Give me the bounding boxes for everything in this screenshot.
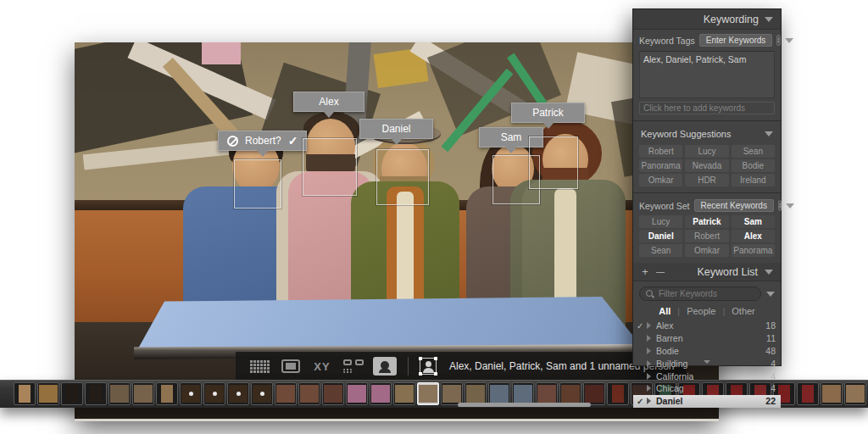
confirm-name-icon[interactable]: ✓ — [288, 134, 298, 147]
suggestion-chip[interactable]: Bodie — [732, 159, 775, 172]
face-name-tag[interactable]: Robert?✓ — [218, 131, 307, 151]
collapse-icon[interactable] — [765, 131, 773, 136]
keyword-row[interactable]: ✓Daniel22 — [633, 395, 781, 408]
keyword-set-dropdown[interactable]: Recent Keywords — [694, 199, 774, 212]
filmstrip-thumbnail[interactable] — [821, 382, 843, 405]
keyword-row[interactable]: Chicag4 — [633, 382, 781, 395]
suggestion-chip[interactable]: Sean — [732, 145, 775, 158]
face-region-icon[interactable] — [420, 358, 437, 375]
keyword-row[interactable]: Bodie48 — [633, 345, 781, 358]
disclosure-icon[interactable] — [647, 348, 651, 354]
disclosure-icon[interactable] — [647, 360, 651, 367]
filmstrip-thumbnail[interactable] — [797, 382, 819, 405]
filmstrip-thumbnail[interactable] — [227, 382, 249, 405]
tab-other[interactable]: Other — [732, 306, 755, 316]
filmstrip-thumbnail[interactable] — [583, 382, 605, 405]
filter-preset-icon[interactable] — [766, 292, 775, 297]
face-name-tag[interactable]: Alex — [293, 92, 364, 112]
filmstrip-scrollbar[interactable] — [458, 403, 591, 407]
filmstrip-thumbnail[interactable] — [393, 382, 415, 405]
filter-keywords-box[interactable] — [639, 287, 761, 301]
filmstrip-thumbnail[interactable] — [844, 382, 866, 405]
suggestion-chip[interactable]: Robert — [639, 145, 682, 158]
keywording-header[interactable]: Keywording — [633, 9, 781, 30]
keyword-set-chip[interactable]: Omkar — [685, 244, 728, 257]
disclosure-icon[interactable] — [647, 398, 651, 404]
keyword-set-chip[interactable]: Patrick — [685, 215, 728, 228]
face-region-box[interactable] — [376, 149, 429, 205]
filmstrip-thumbnail[interactable] — [441, 382, 463, 405]
keyword-list-header[interactable]: + — Keyword List — [633, 263, 781, 281]
face-name-tag[interactable]: Daniel — [359, 119, 433, 139]
filmstrip-thumbnail[interactable] — [607, 382, 629, 405]
filmstrip-thumbnail[interactable] — [203, 382, 225, 405]
disclosure-icon[interactable] — [647, 322, 651, 329]
filmstrip-thumbnail[interactable] — [298, 382, 320, 405]
add-keyword-button[interactable]: + — [641, 265, 649, 278]
filmstrip-thumbnail[interactable] — [417, 382, 439, 405]
face-region-box[interactable] — [234, 159, 281, 209]
filmstrip-thumbnail[interactable] — [559, 382, 581, 405]
filmstrip-thumbnail[interactable] — [61, 382, 83, 405]
filmstrip-thumbnail[interactable] — [180, 382, 202, 405]
suggestion-chip[interactable]: HDR — [685, 174, 728, 186]
disclosure-icon[interactable] — [647, 373, 651, 380]
keyword-set-chip[interactable]: Alex — [732, 230, 775, 242]
keyword-row[interactable]: California4 — [633, 370, 781, 382]
disclosure-icon[interactable] — [647, 335, 651, 342]
grid-view-button[interactable] — [248, 357, 271, 376]
filmstrip-thumbnail[interactable] — [85, 382, 107, 405]
filmstrip-thumbnail[interactable] — [275, 382, 297, 405]
filmstrip-thumbnail[interactable] — [251, 382, 273, 405]
keyword-set-chip[interactable]: Lucy — [639, 215, 682, 228]
suggestion-chip[interactable]: Nevada — [685, 159, 728, 172]
dropdown-spinner-icon[interactable]: ⁞ — [778, 200, 782, 211]
filmstrip-thumbnail[interactable] — [370, 382, 392, 405]
keyword-set-chip[interactable]: Daniel — [639, 230, 682, 242]
filmstrip-thumbnail[interactable] — [132, 382, 154, 405]
add-keywords-field[interactable]: Click here to add keywords — [639, 102, 775, 114]
collapse-icon[interactable] — [786, 203, 794, 209]
face-name-tag[interactable]: Patrick — [511, 103, 585, 123]
suggestion-chip[interactable]: Omkar — [639, 174, 682, 186]
face-region-box[interactable] — [303, 138, 357, 196]
dropdown-spinner-icon[interactable]: ⁞ — [776, 35, 780, 46]
face-region-box[interactable] — [529, 136, 578, 189]
filmstrip-thumbnail[interactable] — [322, 382, 344, 405]
collapse-icon[interactable] — [785, 38, 793, 43]
suggestion-chip[interactable]: Lucy — [685, 145, 728, 158]
filter-keywords-input[interactable] — [657, 288, 754, 299]
keyword-set-chip[interactable]: Robert — [685, 230, 728, 242]
filmstrip-thumbnail[interactable] — [156, 382, 178, 405]
filmstrip-thumbnail[interactable] — [37, 382, 59, 405]
filmstrip-thumbnail[interactable] — [512, 382, 534, 405]
keyword-row[interactable]: Building4 — [633, 357, 781, 370]
enter-keywords-dropdown[interactable]: Enter Keywords — [699, 34, 773, 47]
filmstrip-thumbnail[interactable] — [346, 382, 368, 405]
filmstrip-thumbnail[interactable] — [488, 382, 510, 405]
keyword-row[interactable]: Barren11 — [633, 332, 781, 345]
photo-canvas[interactable]: Robert?✓AlexDanielSamPatrick XY — [75, 42, 719, 421]
keywords-textarea[interactable]: Alex, Daniel, Patrick, Sam — [639, 51, 775, 98]
keyword-set-chip[interactable]: Panorama — [732, 244, 775, 257]
compare-view-button[interactable]: XY — [310, 357, 334, 376]
tab-people[interactable]: People — [687, 306, 715, 316]
survey-view-button[interactable] — [342, 357, 365, 376]
suggestion-chip[interactable]: Ireland — [732, 174, 775, 186]
tab-all[interactable]: All — [659, 306, 670, 316]
loupe-view-button[interactable] — [279, 357, 303, 376]
reject-name-icon[interactable] — [227, 136, 238, 147]
remove-keyword-button[interactable]: — — [656, 267, 665, 276]
keyword-set-chip[interactable]: Sean — [639, 244, 682, 257]
filmstrip-thumbnail[interactable] — [108, 382, 131, 405]
filmstrip-thumbnail[interactable] — [14, 382, 36, 405]
people-view-button[interactable] — [373, 357, 397, 376]
filmstrip-thumbnail[interactable] — [465, 382, 487, 405]
keyword-row[interactable]: ✓Alex18 — [633, 320, 781, 332]
survey-view-icon — [343, 359, 364, 373]
keyword-set-chip[interactable]: Sam — [732, 215, 775, 228]
disclosure-icon[interactable] — [647, 385, 651, 392]
suggestion-chip[interactable]: Panorama — [639, 159, 682, 172]
grid-view-icon — [250, 360, 270, 373]
filmstrip-thumbnail[interactable] — [536, 382, 558, 405]
